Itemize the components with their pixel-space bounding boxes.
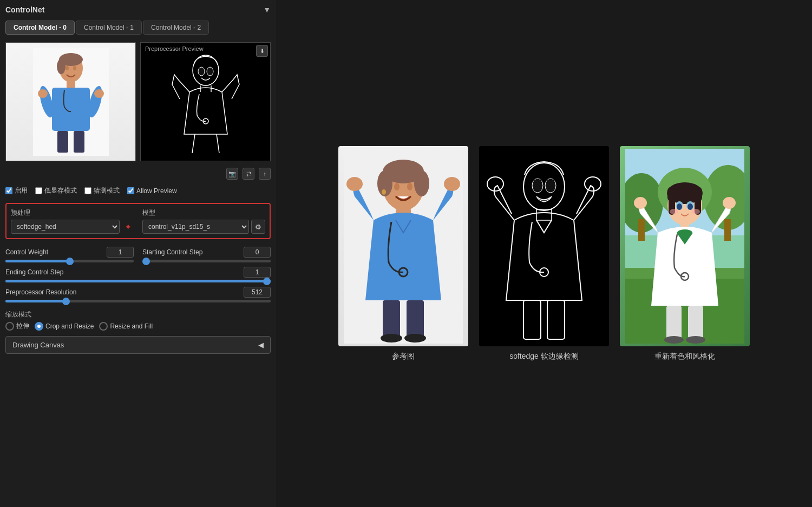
anime-gallery-image [620, 146, 750, 346]
svg-point-37 [532, 179, 543, 193]
model-select[interactable]: control_v11p_sd15_s [142, 220, 249, 234]
images-row: 🖼 图像 ↺ ✕ ✎ [5, 42, 271, 161]
svg-rect-32 [407, 300, 424, 339]
starting-step-header: Starting Control Step 0 [142, 247, 271, 258]
allow-preview-checkbox[interactable] [127, 187, 134, 194]
preprocessor-select[interactable]: softedge_hed [11, 220, 120, 234]
svg-point-33 [381, 334, 402, 343]
preprocessor-col: 预处理 softedge_hed ✦ [11, 208, 134, 234]
low-vram-checkbox-item[interactable]: 低显存模式 [35, 186, 77, 195]
svg-rect-6 [67, 81, 75, 88]
model-col: 模型 control_v11p_sd15_s ⚙ [142, 208, 265, 234]
svg-point-64 [691, 209, 700, 214]
svg-rect-12 [57, 131, 68, 153]
svg-rect-71 [688, 306, 703, 341]
starting-step-slider[interactable] [142, 260, 271, 262]
two-col-sliders-row: Control Weight 1 Starting Control Step 0 [5, 247, 271, 262]
download-preview-btn[interactable]: ⬇ [256, 45, 268, 57]
zoom-mode-radio-row: 拉伸 Crop and Resize Resize and Fill [5, 321, 271, 331]
nurse-gallery-svg [344, 149, 463, 344]
tab-control-model-1[interactable]: Control Model - 1 [76, 21, 142, 35]
control-weight-value[interactable]: 1 [107, 247, 134, 258]
svg-point-28 [444, 177, 460, 191]
svg-rect-7 [52, 88, 90, 131]
model-select-row: control_v11p_sd15_s ⚙ [142, 220, 265, 234]
low-vram-checkbox[interactable] [35, 187, 42, 194]
preprocessor-select-row: softedge_hed ✦ [11, 220, 134, 234]
left-panel: ControlNet ▼ Control Model - 0 Control M… [0, 0, 276, 507]
preprocessor-res-slider[interactable] [5, 300, 271, 302]
svg-point-73 [686, 336, 705, 344]
radio-crop-resize-dot[interactable] [35, 322, 43, 331]
control-weight-header: Control Weight 1 [5, 247, 134, 258]
radio-crop-resize[interactable]: Crop and Resize [35, 322, 94, 331]
edge-detection-svg [162, 48, 249, 156]
svg-point-63 [670, 209, 678, 214]
panel-header: ControlNet ▼ [5, 5, 271, 14]
svg-point-38 [545, 179, 556, 193]
allow-preview-checkbox-item[interactable]: Allow Preview [127, 187, 177, 195]
preprocessor-res-slider-row: Preprocessor Resolution 512 [5, 287, 271, 302]
svg-point-23 [414, 170, 429, 196]
guess-mode-checkbox[interactable] [84, 187, 91, 194]
tab-control-model-2[interactable]: Control Model - 2 [143, 21, 209, 35]
svg-point-18 [207, 67, 213, 76]
preprocessor-preview-box: Preprocessor Preview ⬇ [140, 42, 271, 161]
svg-point-30 [382, 189, 386, 195]
preprocessor-res-value[interactable]: 512 [244, 287, 271, 298]
enable-checkbox[interactable] [5, 187, 12, 194]
model-section-row: 预处理 softedge_hed ✦ 模型 control_v11p_sd15_… [11, 208, 265, 234]
gallery-image-softedge [479, 146, 609, 346]
svg-rect-35 [484, 149, 604, 344]
svg-rect-14 [162, 48, 249, 156]
svg-rect-13 [74, 131, 84, 153]
svg-point-27 [346, 177, 363, 191]
model-refresh-btn[interactable]: ⚙ [251, 220, 265, 234]
preprocessor-preview-label: Preprocessor Preview [143, 45, 206, 52]
svg-point-72 [664, 336, 684, 344]
toolbar-row: 📷 ⇄ ↑ [5, 168, 271, 180]
panel-title: ControlNet [5, 5, 44, 14]
svg-point-66 [677, 229, 692, 236]
preview-image-controls: ⬇ [256, 45, 268, 57]
anime-gallery-svg [625, 149, 744, 344]
tab-control-model-0[interactable]: Control Model - 0 [5, 21, 75, 35]
gallery-item-reference: 参考图 [338, 146, 468, 361]
nurse-source-image [6, 43, 135, 161]
sliders-section: Control Weight 1 Starting Control Step 0… [5, 247, 271, 302]
radio-stretch[interactable]: 拉伸 [5, 321, 29, 331]
edge-preview-image [141, 43, 270, 161]
gallery-image-reference [338, 146, 468, 346]
svg-point-10 [38, 89, 48, 98]
radio-resize-fill[interactable]: Resize and Fill [99, 322, 153, 331]
svg-point-17 [198, 67, 205, 76]
swap-btn[interactable]: ⇄ [243, 168, 254, 180]
preprocessor-res-header: Preprocessor Resolution 512 [5, 287, 271, 298]
svg-point-24 [394, 183, 400, 190]
right-panel: 参考图 [276, 0, 812, 507]
control-weight-slider[interactable] [5, 260, 134, 262]
svg-point-68 [723, 197, 736, 209]
upload-btn[interactable]: ↑ [259, 168, 271, 180]
radio-resize-fill-dot[interactable] [99, 322, 108, 331]
starting-step-slider-row: Starting Control Step 0 [142, 247, 271, 262]
camera-btn[interactable]: 📷 [226, 168, 238, 180]
svg-point-11 [94, 89, 104, 98]
guess-mode-checkbox-item[interactable]: 猜测模式 [84, 186, 120, 195]
drawing-canvas-row[interactable]: Drawing Canvas ◀ [5, 336, 271, 354]
gallery-item-anime: 重新着色和风格化 [620, 146, 750, 361]
starting-step-value[interactable]: 0 [244, 247, 271, 258]
nurse-gallery-image [338, 146, 468, 346]
gallery-item-softedge: softedge 软边缘检测 [479, 146, 609, 361]
softedge-gallery-svg [484, 149, 604, 344]
ending-step-value[interactable]: 1 [244, 267, 271, 278]
enable-checkbox-item[interactable]: 启用 [5, 186, 28, 195]
svg-rect-50 [638, 219, 645, 241]
panel-collapse-arrow[interactable]: ▼ [263, 5, 271, 14]
radio-stretch-dot[interactable] [5, 322, 14, 331]
ending-step-slider[interactable] [5, 280, 271, 282]
gallery-image-anime [620, 146, 750, 346]
svg-rect-31 [383, 300, 400, 339]
star-btn[interactable]: ✦ [122, 221, 134, 233]
zoom-mode-section: 缩放模式 拉伸 Crop and Resize Resize and Fill [5, 310, 271, 331]
